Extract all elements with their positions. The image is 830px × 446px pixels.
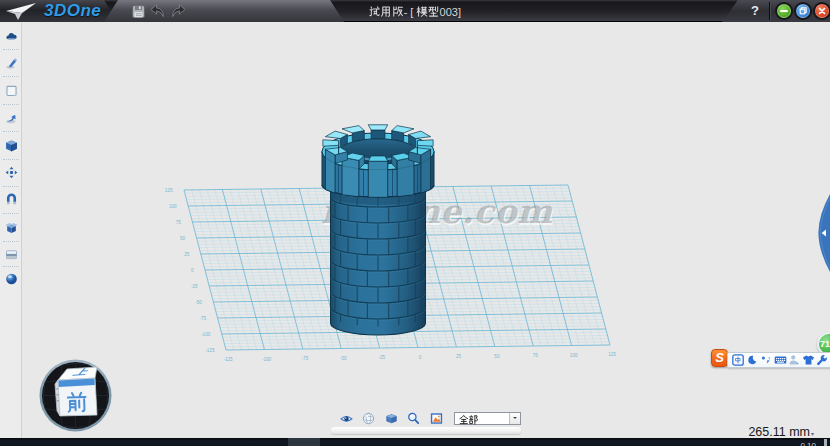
view-cube-widget[interactable]: 前 上 bbox=[39, 359, 112, 432]
ime-moon-button[interactable] bbox=[745, 354, 759, 367]
svg-text:25: 25 bbox=[456, 354, 462, 359]
sidebar-item-transform[interactable] bbox=[0, 163, 22, 181]
undo-icon bbox=[150, 4, 166, 18]
window-title: 试用版 - [模型003] - [003] bbox=[300, 0, 530, 22]
save-icon bbox=[132, 5, 145, 18]
render-image-button[interactable] bbox=[429, 411, 443, 425]
wrench-icon bbox=[816, 354, 828, 366]
sidebar-item-sketch-plane[interactable] bbox=[0, 81, 22, 99]
sidebar-item-sketch[interactable] bbox=[0, 53, 22, 71]
titlebar: 3DOne bbox=[0, 0, 830, 22]
move-icon bbox=[5, 166, 18, 179]
image-icon bbox=[430, 412, 443, 425]
ime-toolbar: S 中 bbox=[711, 349, 830, 368]
app-logo: 3DOne bbox=[5, 1, 101, 21]
punctuation-icon bbox=[760, 354, 772, 366]
help-button[interactable]: ? bbox=[747, 0, 763, 22]
keyboard-icon bbox=[774, 354, 787, 366]
sidebar-item-community[interactable] bbox=[0, 26, 22, 44]
sidebar-separator bbox=[3, 241, 19, 242]
zoom-button[interactable] bbox=[407, 411, 421, 425]
curve-icon bbox=[5, 111, 18, 124]
unit-dropdown-icon[interactable]: ▾ bbox=[811, 430, 818, 437]
filter-dropdown[interactable]: 全部 bbox=[454, 412, 521, 425]
visibility-button[interactable] bbox=[339, 411, 353, 425]
status-bar-notch bbox=[824, 439, 827, 446]
sidebar-item-solid-feature[interactable] bbox=[0, 136, 22, 154]
restore-button[interactable] bbox=[794, 2, 812, 20]
wireframe-button[interactable] bbox=[362, 411, 376, 425]
filter-value-text bbox=[459, 415, 477, 423]
moon-icon bbox=[746, 354, 758, 366]
redo-icon bbox=[170, 4, 186, 18]
svg-text:100: 100 bbox=[169, 204, 177, 209]
model-castle-tower[interactable] bbox=[322, 125, 434, 335]
eye-icon bbox=[340, 412, 353, 425]
svg-text:-125: -125 bbox=[223, 357, 233, 362]
display-toolbar-base bbox=[331, 427, 521, 434]
restore-icon bbox=[798, 6, 808, 16]
sidebar-separator bbox=[3, 49, 19, 50]
redo-button[interactable] bbox=[169, 2, 187, 20]
svg-text:-25: -25 bbox=[191, 284, 198, 289]
bottom-status-bar: 0.10 bbox=[0, 438, 830, 446]
pencil-icon bbox=[5, 56, 18, 69]
svg-text:75: 75 bbox=[176, 220, 182, 225]
close-button[interactable] bbox=[813, 2, 830, 20]
brand-text: 3DOne bbox=[44, 1, 101, 21]
paper-plane-icon bbox=[5, 2, 39, 21]
ime-strip: 中 bbox=[727, 352, 830, 368]
panel-expand-tab[interactable] bbox=[814, 192, 830, 274]
sidebar-item-assembly[interactable] bbox=[0, 190, 22, 208]
ime-skin-button[interactable] bbox=[801, 354, 815, 367]
close-icon bbox=[817, 6, 827, 16]
status-partial-value: 0.10 bbox=[800, 441, 816, 446]
tshirt-icon bbox=[802, 354, 815, 366]
ime-tools-button[interactable] bbox=[815, 354, 829, 367]
cube-icon bbox=[5, 139, 18, 152]
undo-button[interactable] bbox=[149, 2, 167, 20]
sidebar-item-edit-curve[interactable] bbox=[0, 108, 22, 126]
sidebar-separator bbox=[3, 213, 19, 214]
svg-text:0: 0 bbox=[191, 268, 194, 273]
ime-logo[interactable]: S bbox=[711, 349, 728, 367]
svg-text:75: 75 bbox=[533, 353, 539, 358]
svg-text:-75: -75 bbox=[302, 356, 309, 361]
svg-text:-50: -50 bbox=[340, 356, 347, 361]
sidebar-separator bbox=[3, 76, 19, 77]
svg-text:- [: - [ bbox=[404, 6, 414, 18]
sidebar-separator bbox=[3, 159, 19, 160]
svg-text:125: 125 bbox=[608, 352, 616, 357]
svg-text:-25: -25 bbox=[378, 355, 385, 360]
ime-keyboard-button[interactable] bbox=[773, 354, 787, 367]
sphere-icon bbox=[5, 272, 18, 285]
sidebar-separator bbox=[3, 186, 19, 187]
ime-voice-button[interactable] bbox=[787, 354, 801, 367]
person-icon bbox=[788, 354, 800, 366]
layers-icon bbox=[5, 248, 18, 261]
ime-mode-button[interactable]: 中 bbox=[731, 354, 745, 367]
svg-text:-50: -50 bbox=[195, 300, 202, 305]
shaded-button[interactable] bbox=[384, 411, 398, 425]
svg-text:-75: -75 bbox=[199, 316, 206, 321]
save-button[interactable] bbox=[129, 2, 147, 20]
minimize-icon bbox=[779, 6, 789, 16]
ime-punctuation-button[interactable] bbox=[759, 354, 773, 367]
magnifier-icon bbox=[407, 412, 420, 425]
sidebar-item-material[interactable] bbox=[0, 245, 22, 263]
status-bar-segment bbox=[288, 438, 320, 446]
minimize-button[interactable] bbox=[775, 2, 793, 20]
svg-text:100: 100 bbox=[570, 353, 578, 358]
sidebar-item-render[interactable] bbox=[0, 269, 22, 287]
window-title-text: - [003] bbox=[370, 6, 461, 18]
sidebar-separator bbox=[3, 131, 19, 132]
svg-text:-125: -125 bbox=[205, 348, 215, 353]
solid-box-icon bbox=[385, 412, 398, 425]
dropdown-arrow-icon[interactable] bbox=[509, 413, 520, 424]
viewport-3d-canvas[interactable]: -125-100-75-50-2502550751001251251007550… bbox=[0, 0, 830, 446]
tool-sidebar bbox=[0, 23, 22, 438]
sidebar-item-combine[interactable] bbox=[0, 218, 22, 236]
sidebar-separator bbox=[3, 104, 19, 105]
svg-text:50: 50 bbox=[180, 236, 186, 241]
svg-text:003]: 003] bbox=[440, 6, 461, 18]
